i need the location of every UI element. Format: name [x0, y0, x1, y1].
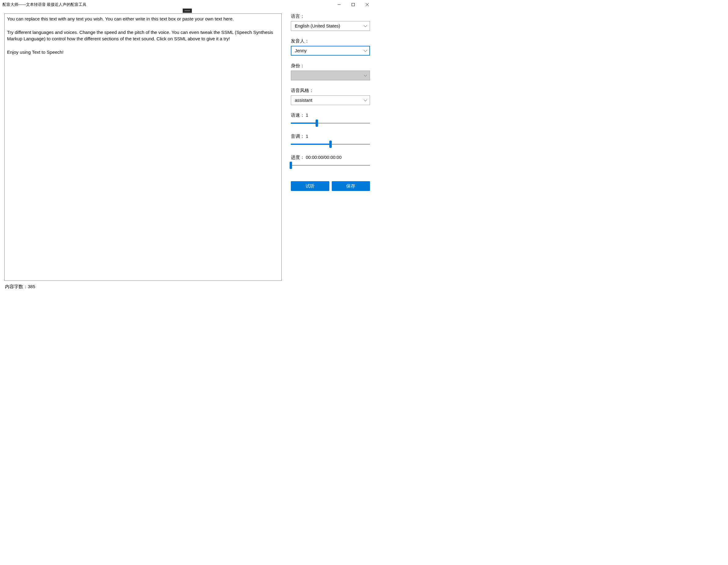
minimize-icon	[338, 3, 341, 6]
chevron-down-icon	[364, 24, 367, 28]
style-value: assistant	[295, 98, 312, 103]
slider-track	[291, 165, 370, 166]
save-button[interactable]: 保存	[332, 181, 370, 191]
drag-handle[interactable]	[183, 9, 192, 13]
identity-label: 身份：	[291, 63, 370, 69]
progress-label-row: 进度： 00:00:00/00:00:00	[291, 155, 370, 160]
content-area: 内容字数：385 语言： English (United States) 发音人…	[0, 9, 374, 293]
close-button[interactable]	[360, 0, 374, 9]
language-label: 语言：	[291, 13, 370, 19]
pitch-slider[interactable]	[291, 141, 370, 147]
svg-rect-1	[352, 3, 355, 6]
text-input[interactable]	[4, 13, 282, 281]
speaker-value: Jenny	[295, 48, 307, 53]
progress-label: 进度：	[291, 155, 305, 160]
action-buttons: 试听 保存	[291, 181, 370, 191]
chevron-down-icon	[364, 98, 367, 103]
language-value: English (United States)	[295, 24, 340, 28]
style-label: 语音风格：	[291, 88, 370, 94]
speed-group: 语速： 1	[291, 112, 370, 126]
maximize-button[interactable]	[346, 0, 360, 9]
pitch-label: 音调：	[291, 134, 305, 139]
chevron-down-icon	[364, 48, 367, 53]
speed-label: 语速：	[291, 113, 305, 118]
editor-pane: 内容字数：385	[4, 13, 282, 293]
slider-fill	[291, 144, 331, 145]
chevron-down-icon	[364, 73, 367, 78]
speaker-select[interactable]: Jenny	[291, 46, 370, 56]
identity-group: 身份：	[291, 63, 370, 80]
close-icon	[366, 3, 369, 6]
word-count: 内容字数：385	[4, 281, 282, 293]
identity-select[interactable]	[291, 71, 370, 80]
app-window: 配音大师——文本转语音 最接近人声的配音工具 内容字数：385 语言	[0, 0, 374, 293]
minimize-button[interactable]	[332, 0, 346, 9]
language-group: 语言： English (United States)	[291, 13, 370, 31]
speaker-label: 发音人：	[291, 38, 370, 44]
speed-label-row: 语速： 1	[291, 112, 370, 118]
settings-pane: 语言： English (United States) 发音人： Jenny 身…	[291, 13, 370, 293]
progress-slider[interactable]	[291, 162, 370, 168]
style-select[interactable]: assistant	[291, 95, 370, 105]
speed-slider[interactable]	[291, 120, 370, 126]
progress-value: 00:00:00/00:00:00	[306, 155, 342, 160]
slider-thumb[interactable]	[290, 162, 292, 169]
preview-button[interactable]: 试听	[291, 181, 329, 191]
slider-thumb[interactable]	[316, 119, 318, 127]
maximize-icon	[352, 3, 355, 6]
speed-value: 1	[306, 113, 308, 118]
slider-thumb[interactable]	[329, 141, 332, 148]
slider-fill	[291, 123, 317, 124]
speaker-group: 发音人： Jenny	[291, 38, 370, 56]
language-select[interactable]: English (United States)	[291, 21, 370, 31]
title-bar: 配音大师——文本转语音 最接近人声的配音工具	[0, 0, 374, 9]
window-controls	[332, 0, 374, 9]
progress-group: 进度： 00:00:00/00:00:00	[291, 155, 370, 168]
pitch-group: 音调： 1	[291, 134, 370, 147]
word-count-label: 内容字数：	[5, 284, 28, 289]
pitch-label-row: 音调： 1	[291, 134, 370, 139]
window-title: 配音大师——文本转语音 最接近人声的配音工具	[2, 2, 86, 7]
pitch-value: 1	[306, 134, 308, 139]
word-count-value: 385	[28, 284, 35, 289]
style-group: 语音风格： assistant	[291, 88, 370, 105]
